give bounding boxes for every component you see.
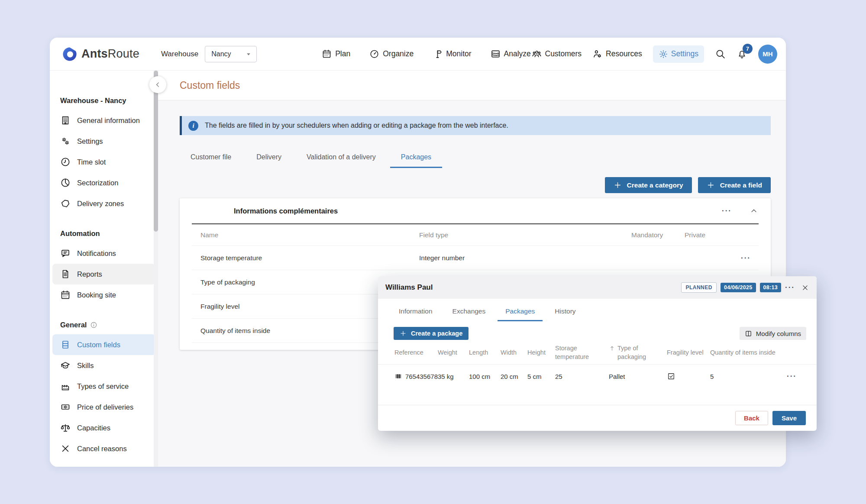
- nav-item-resources[interactable]: Resources: [592, 49, 642, 59]
- card-collapse-button[interactable]: [750, 207, 758, 215]
- sidebar-item-label: Delivery zones: [77, 200, 124, 208]
- modal-tab-exchanges[interactable]: Exchanges: [445, 304, 494, 321]
- sidebar-item-booking-site[interactable]: Booking site: [52, 284, 155, 305]
- nav-item-settings[interactable]: Settings: [653, 45, 704, 63]
- table-row[interactable]: Storage temperature Integer number ···: [192, 246, 759, 270]
- package-row[interactable]: 765435678 35 kg 100 cm 20 cm 5 cm 25 Pal…: [378, 365, 817, 388]
- nav-item-plan[interactable]: Plan: [322, 49, 350, 59]
- info-icon: i: [188, 121, 198, 131]
- warehouse-select[interactable]: Nancy: [205, 46, 257, 62]
- sidebar-item-delivery-zones[interactable]: Delivery zones: [52, 193, 155, 214]
- close-icon: [801, 284, 809, 291]
- sidebar-section-warehouse: Warehouse - Nancy: [50, 97, 158, 105]
- sidebar-item-capacities[interactable]: Capacities: [52, 417, 155, 438]
- sidebar-item-label: Reports: [77, 270, 102, 278]
- tab-delivery[interactable]: Delivery: [246, 149, 292, 168]
- sidebar-item-label: Cancel reasons: [77, 445, 127, 453]
- column-header-field-type: Field type: [419, 231, 631, 239]
- search-icon: [715, 48, 726, 59]
- nav-item-organize[interactable]: Organize: [369, 49, 414, 59]
- button-label: Create a package: [411, 330, 462, 337]
- column-header-reference: Reference: [394, 349, 438, 357]
- sidebar-item-label: Notifications: [77, 249, 116, 258]
- nav-item-analyze[interactable]: Analyze: [491, 49, 531, 59]
- primary-nav: Plan Organize Monitor Analyze: [322, 49, 531, 59]
- sidebar-item-notifications[interactable]: Notifications: [52, 243, 155, 264]
- modal-actions: Create a package Modify columns: [378, 327, 817, 340]
- gauge-icon: [369, 49, 379, 59]
- modal-tab-history[interactable]: History: [547, 304, 583, 321]
- person-gear-icon: [592, 49, 602, 59]
- packages-table-header: Reference Weight Length Width Height Sto…: [378, 342, 817, 365]
- sidebar-item-reports[interactable]: Reports: [52, 264, 155, 284]
- create-category-button[interactable]: Create a category: [605, 177, 692, 193]
- factory-icon: [60, 381, 71, 391]
- calendar-icon: [60, 290, 71, 300]
- sidebar-item-skills[interactable]: Skills: [52, 355, 155, 376]
- x-icon: [60, 443, 71, 454]
- modal-tab-information[interactable]: Information: [391, 304, 440, 321]
- sidebar-item-settings[interactable]: Settings: [52, 131, 155, 152]
- sidebar-item-types-of-service[interactable]: Types of service: [52, 376, 155, 397]
- modal-tab-packages[interactable]: Packages: [498, 304, 543, 321]
- package-row-more-options-icon[interactable]: ···: [787, 372, 797, 381]
- modal-title: Williams Paul: [385, 283, 433, 292]
- time-badge: 08:13: [760, 283, 781, 292]
- save-button[interactable]: Save: [772, 411, 806, 425]
- tab-customer-file[interactable]: Customer file: [180, 149, 242, 168]
- back-button[interactable]: Back: [735, 411, 768, 425]
- button-label: Create a category: [627, 181, 683, 189]
- plus-icon: [707, 181, 715, 189]
- info-banner-text: The fields are filled in by your schedul…: [205, 122, 508, 129]
- reference-value: 765435678: [405, 373, 438, 380]
- modal-footer: Back Save: [378, 405, 817, 431]
- page-actions: Create a category Create a field: [180, 177, 771, 193]
- sidebar-item-general-information[interactable]: General information: [52, 110, 155, 131]
- button-label: Create a field: [720, 181, 762, 189]
- column-header-type-of-packaging[interactable]: Type of packaging: [609, 344, 667, 361]
- column-header-storage-temperature: Storage temperature: [555, 344, 609, 361]
- fragility-checkbox[interactable]: [667, 372, 675, 381]
- nav-item-label: Resources: [606, 49, 642, 58]
- antsroute-logo[interactable]: AntsRoute: [62, 46, 139, 62]
- avatar[interactable]: MH: [758, 45, 777, 64]
- sidebar-item-label: Settings: [77, 137, 103, 145]
- logo-text: AntsRoute: [81, 47, 139, 61]
- sidebar-item-label: Sectorization: [77, 179, 118, 187]
- modal-more-options-icon[interactable]: ···: [785, 283, 795, 292]
- packages-table: Reference Weight Length Width Height Sto…: [378, 342, 817, 388]
- info-icon: [90, 321, 97, 329]
- secondary-nav: Customers Resources Settings 7 MH: [532, 45, 778, 64]
- notifications-button[interactable]: 7: [737, 48, 747, 59]
- caret-down-icon: [244, 50, 253, 58]
- sidebar-item-sectorization[interactable]: Sectorization: [52, 172, 155, 193]
- card-title: Informations complémentaires: [234, 207, 338, 215]
- rows-icon: [60, 339, 71, 350]
- sidebar-scrollbar-thumb[interactable]: [154, 71, 158, 232]
- modify-columns-button[interactable]: Modify columns: [740, 327, 806, 340]
- row-more-options-icon[interactable]: ···: [741, 254, 751, 262]
- collapse-sidebar-button[interactable]: [149, 76, 166, 93]
- create-package-button[interactable]: Create a package: [394, 327, 469, 340]
- search-button[interactable]: [715, 48, 726, 59]
- tab-validation-of-a-delivery[interactable]: Validation of a delivery: [296, 149, 387, 168]
- sidebar-item-cancel-reasons[interactable]: Cancel reasons: [52, 438, 155, 459]
- page-tabs: Customer file Delivery Validation of a d…: [180, 149, 771, 168]
- sidebar-item-time-slot[interactable]: Time slot: [52, 152, 155, 172]
- card-more-options-icon[interactable]: ···: [722, 207, 732, 215]
- nav-item-customers[interactable]: Customers: [532, 49, 582, 59]
- modal-close-button[interactable]: [801, 284, 809, 291]
- sidebar-item-label: Custom fields: [77, 341, 120, 349]
- weight-value: 35 kg: [438, 373, 469, 380]
- type-of-packaging-value: Pallet: [609, 373, 667, 380]
- nav-item-monitor[interactable]: Monitor: [433, 49, 471, 59]
- tab-packages[interactable]: Packages: [390, 149, 442, 168]
- antsroute-logo-icon: [62, 46, 78, 62]
- card-header: Informations complémentaires ···: [180, 198, 771, 223]
- signpost-icon: [433, 49, 443, 59]
- create-field-button[interactable]: Create a field: [698, 177, 771, 193]
- sidebar-item-custom-fields[interactable]: Custom fields: [52, 334, 155, 355]
- plus-icon: [400, 330, 407, 337]
- sidebar-item-label: General information: [77, 116, 140, 125]
- sidebar-item-price-of-deliveries[interactable]: Price of deliveries: [52, 397, 155, 417]
